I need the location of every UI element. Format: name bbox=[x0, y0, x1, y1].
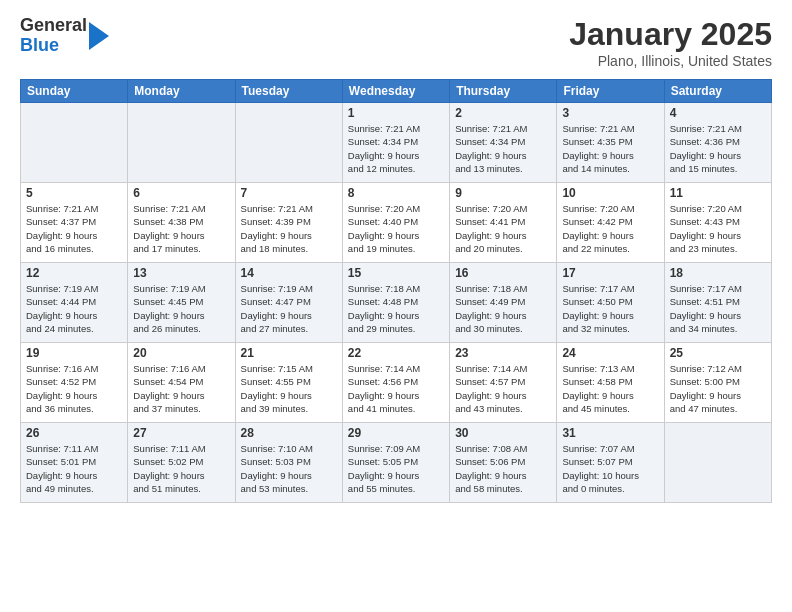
day-cell-10: 10Sunrise: 7:20 AM Sunset: 4:42 PM Dayli… bbox=[557, 183, 664, 263]
logo: General Blue bbox=[20, 16, 109, 56]
day-cell-8: 8Sunrise: 7:20 AM Sunset: 4:40 PM Daylig… bbox=[342, 183, 449, 263]
weekday-header-monday: Monday bbox=[128, 80, 235, 103]
day-info: Sunrise: 7:08 AM Sunset: 5:06 PM Dayligh… bbox=[455, 442, 551, 495]
day-cell-empty bbox=[664, 423, 771, 503]
day-number: 19 bbox=[26, 346, 122, 360]
title-area: January 2025 Plano, Illinois, United Sta… bbox=[569, 16, 772, 69]
day-info: Sunrise: 7:17 AM Sunset: 4:51 PM Dayligh… bbox=[670, 282, 766, 335]
weekday-header-thursday: Thursday bbox=[450, 80, 557, 103]
day-info: Sunrise: 7:13 AM Sunset: 4:58 PM Dayligh… bbox=[562, 362, 658, 415]
day-number: 1 bbox=[348, 106, 444, 120]
header: General Blue January 2025 Plano, Illinoi… bbox=[20, 16, 772, 69]
day-number: 6 bbox=[133, 186, 229, 200]
day-number: 14 bbox=[241, 266, 337, 280]
day-number: 17 bbox=[562, 266, 658, 280]
weekday-header-tuesday: Tuesday bbox=[235, 80, 342, 103]
day-cell-9: 9Sunrise: 7:20 AM Sunset: 4:41 PM Daylig… bbox=[450, 183, 557, 263]
month-title: January 2025 bbox=[569, 16, 772, 53]
day-cell-6: 6Sunrise: 7:21 AM Sunset: 4:38 PM Daylig… bbox=[128, 183, 235, 263]
weekday-header-saturday: Saturday bbox=[664, 80, 771, 103]
day-info: Sunrise: 7:21 AM Sunset: 4:38 PM Dayligh… bbox=[133, 202, 229, 255]
logo-blue: Blue bbox=[20, 36, 87, 56]
day-info: Sunrise: 7:19 AM Sunset: 4:44 PM Dayligh… bbox=[26, 282, 122, 335]
day-info: Sunrise: 7:11 AM Sunset: 5:01 PM Dayligh… bbox=[26, 442, 122, 495]
calendar: SundayMondayTuesdayWednesdayThursdayFrid… bbox=[20, 79, 772, 503]
day-cell-5: 5Sunrise: 7:21 AM Sunset: 4:37 PM Daylig… bbox=[21, 183, 128, 263]
day-number: 29 bbox=[348, 426, 444, 440]
day-number: 11 bbox=[670, 186, 766, 200]
day-info: Sunrise: 7:20 AM Sunset: 4:42 PM Dayligh… bbox=[562, 202, 658, 255]
day-info: Sunrise: 7:15 AM Sunset: 4:55 PM Dayligh… bbox=[241, 362, 337, 415]
day-cell-21: 21Sunrise: 7:15 AM Sunset: 4:55 PM Dayli… bbox=[235, 343, 342, 423]
day-number: 3 bbox=[562, 106, 658, 120]
day-cell-14: 14Sunrise: 7:19 AM Sunset: 4:47 PM Dayli… bbox=[235, 263, 342, 343]
day-cell-16: 16Sunrise: 7:18 AM Sunset: 4:49 PM Dayli… bbox=[450, 263, 557, 343]
day-number: 25 bbox=[670, 346, 766, 360]
day-info: Sunrise: 7:11 AM Sunset: 5:02 PM Dayligh… bbox=[133, 442, 229, 495]
day-number: 12 bbox=[26, 266, 122, 280]
week-row-3: 12Sunrise: 7:19 AM Sunset: 4:44 PM Dayli… bbox=[21, 263, 772, 343]
day-number: 26 bbox=[26, 426, 122, 440]
day-cell-1: 1Sunrise: 7:21 AM Sunset: 4:34 PM Daylig… bbox=[342, 103, 449, 183]
day-number: 18 bbox=[670, 266, 766, 280]
day-info: Sunrise: 7:09 AM Sunset: 5:05 PM Dayligh… bbox=[348, 442, 444, 495]
day-number: 21 bbox=[241, 346, 337, 360]
day-number: 13 bbox=[133, 266, 229, 280]
day-number: 31 bbox=[562, 426, 658, 440]
day-info: Sunrise: 7:21 AM Sunset: 4:34 PM Dayligh… bbox=[455, 122, 551, 175]
day-cell-2: 2Sunrise: 7:21 AM Sunset: 4:34 PM Daylig… bbox=[450, 103, 557, 183]
day-number: 22 bbox=[348, 346, 444, 360]
day-cell-3: 3Sunrise: 7:21 AM Sunset: 4:35 PM Daylig… bbox=[557, 103, 664, 183]
day-number: 10 bbox=[562, 186, 658, 200]
day-info: Sunrise: 7:20 AM Sunset: 4:41 PM Dayligh… bbox=[455, 202, 551, 255]
location: Plano, Illinois, United States bbox=[569, 53, 772, 69]
day-number: 4 bbox=[670, 106, 766, 120]
week-row-4: 19Sunrise: 7:16 AM Sunset: 4:52 PM Dayli… bbox=[21, 343, 772, 423]
day-number: 7 bbox=[241, 186, 337, 200]
day-info: Sunrise: 7:21 AM Sunset: 4:36 PM Dayligh… bbox=[670, 122, 766, 175]
day-info: Sunrise: 7:18 AM Sunset: 4:48 PM Dayligh… bbox=[348, 282, 444, 335]
day-info: Sunrise: 7:16 AM Sunset: 4:54 PM Dayligh… bbox=[133, 362, 229, 415]
weekday-header-row: SundayMondayTuesdayWednesdayThursdayFrid… bbox=[21, 80, 772, 103]
day-number: 23 bbox=[455, 346, 551, 360]
day-cell-20: 20Sunrise: 7:16 AM Sunset: 4:54 PM Dayli… bbox=[128, 343, 235, 423]
logo-text: General Blue bbox=[20, 16, 87, 56]
day-cell-23: 23Sunrise: 7:14 AM Sunset: 4:57 PM Dayli… bbox=[450, 343, 557, 423]
day-cell-24: 24Sunrise: 7:13 AM Sunset: 4:58 PM Dayli… bbox=[557, 343, 664, 423]
day-cell-29: 29Sunrise: 7:09 AM Sunset: 5:05 PM Dayli… bbox=[342, 423, 449, 503]
day-info: Sunrise: 7:07 AM Sunset: 5:07 PM Dayligh… bbox=[562, 442, 658, 495]
day-cell-11: 11Sunrise: 7:20 AM Sunset: 4:43 PM Dayli… bbox=[664, 183, 771, 263]
day-info: Sunrise: 7:14 AM Sunset: 4:56 PM Dayligh… bbox=[348, 362, 444, 415]
day-cell-12: 12Sunrise: 7:19 AM Sunset: 4:44 PM Dayli… bbox=[21, 263, 128, 343]
day-info: Sunrise: 7:19 AM Sunset: 4:47 PM Dayligh… bbox=[241, 282, 337, 335]
day-cell-17: 17Sunrise: 7:17 AM Sunset: 4:50 PM Dayli… bbox=[557, 263, 664, 343]
day-number: 20 bbox=[133, 346, 229, 360]
week-row-1: 1Sunrise: 7:21 AM Sunset: 4:34 PM Daylig… bbox=[21, 103, 772, 183]
day-info: Sunrise: 7:20 AM Sunset: 4:43 PM Dayligh… bbox=[670, 202, 766, 255]
page: General Blue January 2025 Plano, Illinoi… bbox=[0, 0, 792, 612]
day-cell-22: 22Sunrise: 7:14 AM Sunset: 4:56 PM Dayli… bbox=[342, 343, 449, 423]
day-cell-26: 26Sunrise: 7:11 AM Sunset: 5:01 PM Dayli… bbox=[21, 423, 128, 503]
day-cell-27: 27Sunrise: 7:11 AM Sunset: 5:02 PM Dayli… bbox=[128, 423, 235, 503]
day-number: 28 bbox=[241, 426, 337, 440]
day-info: Sunrise: 7:12 AM Sunset: 5:00 PM Dayligh… bbox=[670, 362, 766, 415]
day-cell-empty bbox=[235, 103, 342, 183]
day-info: Sunrise: 7:17 AM Sunset: 4:50 PM Dayligh… bbox=[562, 282, 658, 335]
day-cell-31: 31Sunrise: 7:07 AM Sunset: 5:07 PM Dayli… bbox=[557, 423, 664, 503]
day-info: Sunrise: 7:10 AM Sunset: 5:03 PM Dayligh… bbox=[241, 442, 337, 495]
day-info: Sunrise: 7:21 AM Sunset: 4:35 PM Dayligh… bbox=[562, 122, 658, 175]
day-number: 24 bbox=[562, 346, 658, 360]
logo-general: General bbox=[20, 16, 87, 36]
weekday-header-sunday: Sunday bbox=[21, 80, 128, 103]
day-info: Sunrise: 7:14 AM Sunset: 4:57 PM Dayligh… bbox=[455, 362, 551, 415]
day-number: 2 bbox=[455, 106, 551, 120]
day-number: 8 bbox=[348, 186, 444, 200]
day-info: Sunrise: 7:21 AM Sunset: 4:37 PM Dayligh… bbox=[26, 202, 122, 255]
day-number: 15 bbox=[348, 266, 444, 280]
day-number: 27 bbox=[133, 426, 229, 440]
day-cell-30: 30Sunrise: 7:08 AM Sunset: 5:06 PM Dayli… bbox=[450, 423, 557, 503]
day-info: Sunrise: 7:16 AM Sunset: 4:52 PM Dayligh… bbox=[26, 362, 122, 415]
day-info: Sunrise: 7:19 AM Sunset: 4:45 PM Dayligh… bbox=[133, 282, 229, 335]
day-info: Sunrise: 7:21 AM Sunset: 4:34 PM Dayligh… bbox=[348, 122, 444, 175]
day-number: 5 bbox=[26, 186, 122, 200]
